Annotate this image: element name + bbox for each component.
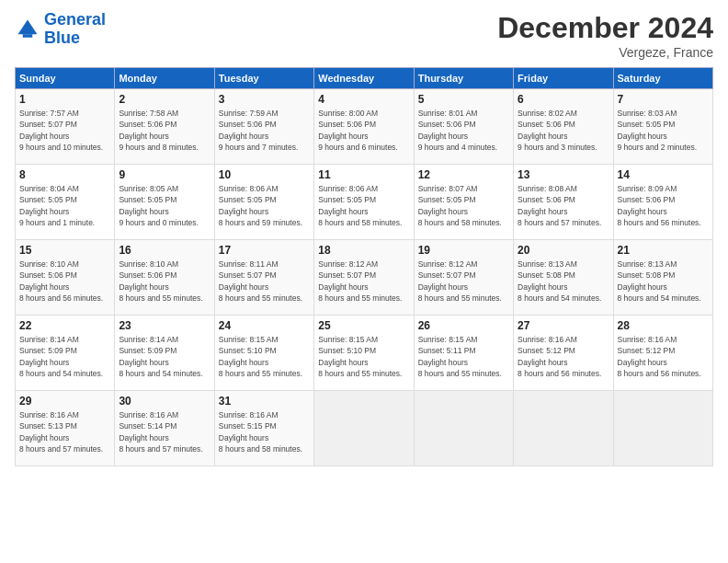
day-info: Sunrise: 8:16 AM Sunset: 5:12 PM Dayligh… — [618, 334, 709, 379]
day-info: Sunrise: 8:13 AM Sunset: 5:08 PM Dayligh… — [618, 259, 709, 304]
table-row: 11 Sunrise: 8:06 AM Sunset: 5:05 PM Dayl… — [314, 165, 414, 240]
table-row: 5 Sunrise: 8:01 AM Sunset: 5:06 PM Dayli… — [414, 89, 513, 165]
day-info: Sunrise: 7:59 AM Sunset: 5:06 PM Dayligh… — [219, 108, 310, 153]
day-info: Sunrise: 8:05 AM Sunset: 5:05 PM Dayligh… — [119, 183, 210, 228]
calendar-week-3: 15 Sunrise: 8:10 AM Sunset: 5:06 PM Dayl… — [16, 240, 713, 316]
day-info: Sunrise: 8:12 AM Sunset: 5:07 PM Dayligh… — [318, 259, 409, 304]
table-row: 16 Sunrise: 8:10 AM Sunset: 5:06 PM Dayl… — [115, 240, 214, 316]
logo-text: General Blue — [44, 11, 106, 48]
svg-marker-0 — [18, 19, 38, 34]
day-info: Sunrise: 8:14 AM Sunset: 5:09 PM Dayligh… — [19, 334, 110, 379]
calendar-week-4: 22 Sunrise: 8:14 AM Sunset: 5:09 PM Dayl… — [16, 316, 713, 391]
day-info: Sunrise: 8:02 AM Sunset: 5:06 PM Dayligh… — [518, 108, 609, 153]
header-row-days: Sunday Monday Tuesday Wednesday Thursday… — [16, 68, 713, 89]
col-tuesday: Tuesday — [214, 68, 313, 89]
col-saturday: Saturday — [613, 68, 712, 89]
col-thursday: Thursday — [414, 68, 513, 89]
day-number: 17 — [219, 244, 310, 257]
table-row: 22 Sunrise: 8:14 AM Sunset: 5:09 PM Dayl… — [16, 316, 115, 391]
col-friday: Friday — [514, 68, 613, 89]
table-row — [414, 391, 513, 466]
day-number: 19 — [418, 244, 509, 257]
month-title: December 2024 — [497, 11, 713, 45]
day-info: Sunrise: 8:14 AM Sunset: 5:09 PM Dayligh… — [119, 334, 210, 379]
day-number: 27 — [518, 319, 609, 332]
day-info: Sunrise: 8:11 AM Sunset: 5:07 PM Dayligh… — [219, 259, 310, 304]
day-number: 23 — [119, 319, 210, 332]
day-number: 13 — [518, 168, 609, 181]
day-info: Sunrise: 8:15 AM Sunset: 5:10 PM Dayligh… — [318, 334, 409, 379]
table-row: 8 Sunrise: 8:04 AM Sunset: 5:05 PM Dayli… — [16, 165, 115, 240]
table-row — [613, 391, 712, 466]
day-info: Sunrise: 8:15 AM Sunset: 5:10 PM Dayligh… — [219, 334, 310, 379]
day-info: Sunrise: 7:58 AM Sunset: 5:06 PM Dayligh… — [119, 108, 210, 153]
day-number: 20 — [518, 244, 609, 257]
day-number: 5 — [418, 93, 509, 106]
table-row: 28 Sunrise: 8:16 AM Sunset: 5:12 PM Dayl… — [613, 316, 712, 391]
day-number: 12 — [418, 168, 509, 181]
day-info: Sunrise: 8:08 AM Sunset: 5:06 PM Dayligh… — [518, 183, 609, 228]
day-number: 14 — [618, 168, 709, 181]
col-monday: Monday — [115, 68, 214, 89]
day-number: 16 — [119, 244, 210, 257]
day-number: 26 — [418, 319, 509, 332]
day-number: 6 — [518, 93, 609, 106]
day-info: Sunrise: 8:03 AM Sunset: 5:05 PM Dayligh… — [618, 108, 709, 153]
table-row: 31 Sunrise: 8:16 AM Sunset: 5:15 PM Dayl… — [214, 391, 313, 466]
day-info: Sunrise: 8:16 AM Sunset: 5:12 PM Dayligh… — [518, 334, 609, 379]
day-number: 2 — [119, 93, 210, 106]
day-info: Sunrise: 8:10 AM Sunset: 5:06 PM Dayligh… — [119, 259, 210, 304]
table-row — [514, 391, 613, 466]
svg-rect-1 — [23, 34, 33, 38]
day-number: 31 — [219, 395, 310, 408]
day-info: Sunrise: 8:10 AM Sunset: 5:06 PM Dayligh… — [19, 259, 110, 304]
day-info: Sunrise: 8:16 AM Sunset: 5:13 PM Dayligh… — [19, 409, 110, 454]
calendar-table: Sunday Monday Tuesday Wednesday Thursday… — [15, 67, 713, 466]
table-row: 20 Sunrise: 8:13 AM Sunset: 5:08 PM Dayl… — [514, 240, 613, 316]
day-number: 30 — [119, 395, 210, 408]
location-subtitle: Vergeze, France — [497, 45, 713, 60]
day-info: Sunrise: 8:06 AM Sunset: 5:05 PM Dayligh… — [318, 183, 409, 228]
day-number: 25 — [318, 319, 409, 332]
table-row: 7 Sunrise: 8:03 AM Sunset: 5:05 PM Dayli… — [613, 89, 712, 165]
table-row: 17 Sunrise: 8:11 AM Sunset: 5:07 PM Dayl… — [214, 240, 313, 316]
table-row: 25 Sunrise: 8:15 AM Sunset: 5:10 PM Dayl… — [314, 316, 414, 391]
table-row: 30 Sunrise: 8:16 AM Sunset: 5:14 PM Dayl… — [115, 391, 214, 466]
day-info: Sunrise: 7:57 AM Sunset: 5:07 PM Dayligh… — [19, 108, 110, 153]
day-number: 29 — [19, 395, 110, 408]
day-info: Sunrise: 8:07 AM Sunset: 5:05 PM Dayligh… — [418, 183, 509, 228]
title-block: December 2024 Vergeze, France — [497, 11, 713, 60]
day-info: Sunrise: 8:12 AM Sunset: 5:07 PM Dayligh… — [418, 259, 509, 304]
table-row: 21 Sunrise: 8:13 AM Sunset: 5:08 PM Dayl… — [613, 240, 712, 316]
table-row: 13 Sunrise: 8:08 AM Sunset: 5:06 PM Dayl… — [514, 165, 613, 240]
day-number: 15 — [19, 244, 110, 257]
day-number: 22 — [19, 319, 110, 332]
table-row: 27 Sunrise: 8:16 AM Sunset: 5:12 PM Dayl… — [514, 316, 613, 391]
day-info: Sunrise: 8:00 AM Sunset: 5:06 PM Dayligh… — [318, 108, 409, 153]
table-row: 14 Sunrise: 8:09 AM Sunset: 5:06 PM Dayl… — [613, 165, 712, 240]
day-info: Sunrise: 8:13 AM Sunset: 5:08 PM Dayligh… — [518, 259, 609, 304]
day-number: 3 — [219, 93, 310, 106]
table-row: 29 Sunrise: 8:16 AM Sunset: 5:13 PM Dayl… — [16, 391, 115, 466]
day-info: Sunrise: 8:04 AM Sunset: 5:05 PM Dayligh… — [19, 183, 110, 228]
table-row: 4 Sunrise: 8:00 AM Sunset: 5:06 PM Dayli… — [314, 89, 414, 165]
table-row: 24 Sunrise: 8:15 AM Sunset: 5:10 PM Dayl… — [214, 316, 313, 391]
day-number: 1 — [19, 93, 110, 106]
day-number: 8 — [19, 168, 110, 181]
table-row: 23 Sunrise: 8:14 AM Sunset: 5:09 PM Dayl… — [115, 316, 214, 391]
table-row: 9 Sunrise: 8:05 AM Sunset: 5:05 PM Dayli… — [115, 165, 214, 240]
calendar-week-5: 29 Sunrise: 8:16 AM Sunset: 5:13 PM Dayl… — [16, 391, 713, 466]
day-number: 11 — [318, 168, 409, 181]
table-row: 3 Sunrise: 7:59 AM Sunset: 5:06 PM Dayli… — [214, 89, 313, 165]
day-number: 28 — [618, 319, 709, 332]
table-row: 15 Sunrise: 8:10 AM Sunset: 5:06 PM Dayl… — [16, 240, 115, 316]
table-row: 10 Sunrise: 8:06 AM Sunset: 5:05 PM Dayl… — [214, 165, 313, 240]
table-row — [314, 391, 414, 466]
table-row: 18 Sunrise: 8:12 AM Sunset: 5:07 PM Dayl… — [314, 240, 414, 316]
day-number: 4 — [318, 93, 409, 106]
table-row: 1 Sunrise: 7:57 AM Sunset: 5:07 PM Dayli… — [16, 89, 115, 165]
day-info: Sunrise: 8:01 AM Sunset: 5:06 PM Dayligh… — [418, 108, 509, 153]
col-wednesday: Wednesday — [314, 68, 414, 89]
table-row: 19 Sunrise: 8:12 AM Sunset: 5:07 PM Dayl… — [414, 240, 513, 316]
day-info: Sunrise: 8:16 AM Sunset: 5:15 PM Dayligh… — [219, 409, 310, 454]
